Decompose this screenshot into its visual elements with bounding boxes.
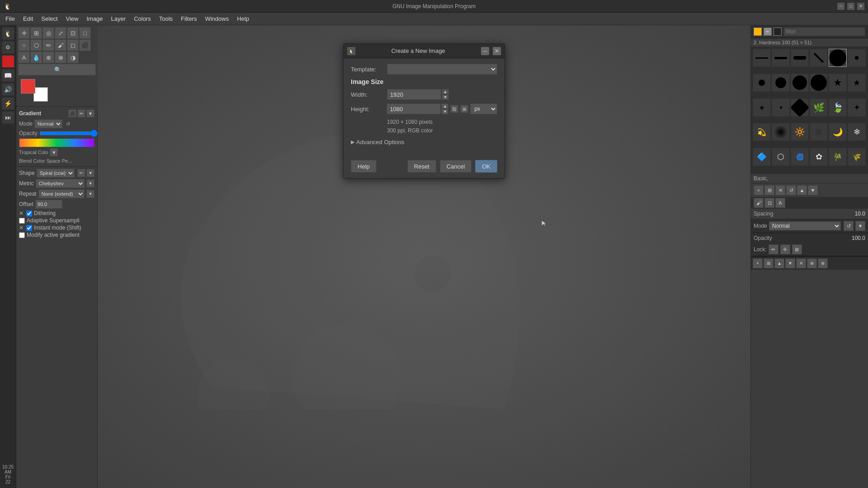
- shape-select[interactable]: Spiral (ccw): [37, 169, 75, 178]
- close-button[interactable]: ✕: [857, 3, 864, 10]
- tool-text[interactable]: A: [18, 52, 30, 63]
- brush-action-new[interactable]: +: [754, 185, 764, 195]
- foreground-color-swatch[interactable]: [21, 79, 35, 94]
- width-down-btn[interactable]: ▼: [442, 94, 449, 100]
- tool-align[interactable]: ⊞: [30, 27, 42, 39]
- color-swatch-orange[interactable]: [754, 28, 762, 36]
- color-swatch-black[interactable]: [774, 28, 782, 36]
- lock-pencil-btn[interactable]: ✏: [769, 244, 778, 254]
- tool-fill[interactable]: ⬛: [79, 39, 91, 51]
- advanced-options-toggle[interactable]: ▶ Advanced Options: [351, 139, 497, 145]
- bottom-copy-btn[interactable]: ⊞: [764, 258, 774, 268]
- modify-checkbox[interactable]: [19, 232, 25, 238]
- menu-view[interactable]: View: [62, 14, 82, 23]
- menu-windows[interactable]: Windows: [201, 14, 232, 23]
- menu-filters[interactable]: Filters: [177, 14, 200, 23]
- tool-eraser[interactable]: ◻: [67, 39, 79, 51]
- height-down-btn[interactable]: ▼: [441, 109, 448, 114]
- maximize-button[interactable]: □: [847, 3, 854, 10]
- brush-select-btn[interactable]: ⊡: [764, 198, 774, 208]
- brush-item[interactable]: [810, 49, 828, 67]
- brush-item[interactable]: ⬟: [810, 123, 828, 141]
- brush-item[interactable]: ★: [848, 74, 866, 92]
- tool-rect[interactable]: □: [79, 27, 91, 39]
- height-up-btn[interactable]: ▲: [441, 103, 448, 109]
- brush-item[interactable]: [848, 49, 866, 67]
- width-input[interactable]: [387, 89, 441, 100]
- dialog-minimize-button[interactable]: ─: [481, 47, 489, 55]
- gradient-name-expand[interactable]: ▼: [50, 148, 58, 156]
- link-icon-chain2[interactable]: ⊞: [460, 105, 468, 113]
- brush-item[interactable]: 🔆: [791, 123, 809, 141]
- brush-item[interactable]: ⬡: [772, 148, 790, 166]
- tool-clone[interactable]: ⊕: [42, 52, 54, 63]
- brush-item[interactable]: [791, 74, 809, 92]
- shape-edit-btn[interactable]: ✏: [77, 169, 85, 177]
- brush-item[interactable]: 🍃: [829, 99, 847, 117]
- bottom-merge-btn[interactable]: ⊕: [807, 258, 817, 268]
- unit-select[interactable]: px in mm: [470, 103, 497, 114]
- metric-select[interactable]: Chebyshev: [36, 179, 85, 188]
- brush-item[interactable]: ★: [772, 99, 790, 117]
- gradient-expand[interactable]: ▼: [86, 109, 94, 117]
- brush-item[interactable]: [810, 74, 828, 92]
- brush-text-btn[interactable]: A: [775, 198, 785, 208]
- taskbar-icon-active[interactable]: [2, 55, 14, 68]
- tool-transform[interactable]: ⤢: [55, 27, 66, 39]
- link-icon-chain[interactable]: ⛓: [450, 105, 458, 113]
- background-color-swatch[interactable]: [33, 87, 48, 102]
- repeat-expand-btn[interactable]: ▼: [86, 190, 94, 198]
- taskbar-icon-wifi[interactable]: ⚡: [2, 97, 14, 110]
- gradient-opacity-slider[interactable]: [39, 130, 98, 136]
- tool-lasso[interactable]: ⬡: [30, 39, 42, 51]
- adaptive-checkbox[interactable]: [19, 218, 25, 224]
- layer-mode-expand[interactable]: ▼: [855, 221, 865, 231]
- menu-tools[interactable]: Tools: [156, 14, 176, 23]
- brush-item[interactable]: 🌀: [791, 148, 809, 166]
- brush-filter-input[interactable]: [783, 27, 865, 36]
- bottom-up-btn[interactable]: ▲: [774, 258, 784, 268]
- fg-bg-color-selector[interactable]: [21, 79, 48, 102]
- brush-item[interactable]: 💫: [753, 123, 771, 141]
- brush-item[interactable]: ❄: [848, 123, 866, 141]
- brush-item[interactable]: 🌙: [829, 123, 847, 141]
- brush-item[interactable]: [772, 74, 790, 92]
- taskbar-icon-app[interactable]: ⚙: [2, 41, 14, 54]
- bottom-flatten-btn[interactable]: ⊗: [818, 258, 828, 268]
- brush-action-down[interactable]: ▼: [808, 185, 818, 195]
- dithering-checkbox[interactable]: [26, 211, 32, 216]
- brush-item[interactable]: [791, 99, 809, 117]
- brush-action-refresh[interactable]: ↺: [786, 185, 796, 195]
- brush-item[interactable]: 🔷: [753, 148, 771, 166]
- lock-alpha-btn[interactable]: ⊞: [792, 244, 802, 254]
- instant-checkbox[interactable]: [26, 225, 32, 231]
- brush-item[interactable]: ✿: [810, 148, 828, 166]
- brush-item[interactable]: [753, 74, 771, 92]
- brush-item[interactable]: [772, 49, 790, 67]
- tool-fuzzy[interactable]: ◎: [42, 27, 54, 39]
- bottom-new-btn[interactable]: +: [753, 258, 763, 268]
- tool-paint[interactable]: 🖌: [55, 39, 66, 51]
- menu-edit[interactable]: Edit: [19, 14, 37, 23]
- tool-pencil[interactable]: ✏: [42, 39, 54, 51]
- brush-item[interactable]: ★: [829, 74, 847, 92]
- template-select[interactable]: [387, 64, 497, 75]
- cancel-button[interactable]: Cancel: [440, 160, 472, 173]
- brush-item[interactable]: ★: [753, 99, 771, 117]
- gradient-preview[interactable]: [19, 138, 94, 147]
- taskbar-icon-gimp[interactable]: 🐧: [2, 27, 14, 40]
- shape-expand-btn[interactable]: ▼: [86, 169, 94, 177]
- tool-move[interactable]: ✛: [18, 27, 30, 39]
- taskbar-icon-next[interactable]: ⏭: [2, 111, 14, 124]
- reset-button[interactable]: Reset: [407, 160, 436, 173]
- minimize-button[interactable]: ─: [837, 3, 844, 10]
- menu-help[interactable]: Help: [233, 14, 253, 23]
- menu-select[interactable]: Select: [38, 14, 61, 23]
- layer-mode-reset[interactable]: ↺: [844, 221, 854, 231]
- taskbar-icon-book[interactable]: 📖: [2, 69, 14, 82]
- dialog-close-button[interactable]: ✕: [493, 47, 501, 55]
- color-swatch-pencil[interactable]: ✏: [764, 28, 772, 36]
- brush-item[interactable]: [791, 49, 809, 67]
- brush-item[interactable]: 🌿: [810, 99, 828, 117]
- menu-colors[interactable]: Colors: [130, 14, 155, 23]
